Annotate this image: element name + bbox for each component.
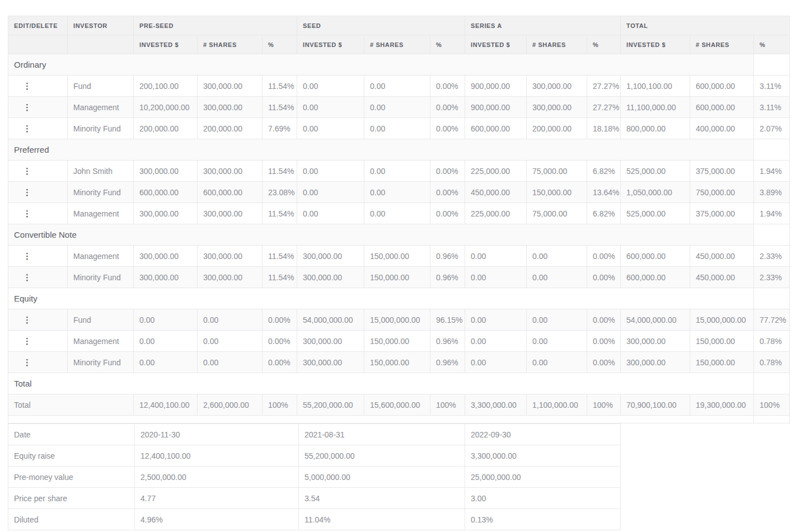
cell-total-shares: 600,000.00 xyxy=(690,76,754,97)
cell-total-invested: 600,000.00 xyxy=(621,267,690,288)
cell-total-pct: 2.33% xyxy=(754,246,790,267)
cell-series-a-pct: 27.27% xyxy=(587,97,621,118)
cell-seed-shares: 15,000,000.00 xyxy=(364,309,430,331)
kebab-menu-icon[interactable]: ⋮ xyxy=(14,358,62,366)
cell-pre-seed-invested: 300,000.00 xyxy=(134,203,198,224)
summary-row: Diluted4.96%11.04%0.13% xyxy=(8,509,621,530)
cell-pre-seed-invested: 300,000.00 xyxy=(134,161,198,182)
summary-value-pre-seed: 2,500,000.00 xyxy=(135,467,299,488)
col-header-pre-seed-invested: INVESTED $ xyxy=(134,35,198,54)
summary-value-pre-seed: 4.77 xyxy=(135,488,299,509)
investor-name-cell: Minority Fund xyxy=(68,267,134,288)
section-row-spacer xyxy=(754,54,790,76)
kebab-menu-icon[interactable]: ⋮ xyxy=(14,273,62,281)
cell-total-invested: 1,100,100.00 xyxy=(621,76,690,97)
total-cell-pre-seed-shares: 2,600,000.00 xyxy=(198,394,263,416)
investor-name-cell: John Smith xyxy=(68,161,134,182)
cell-total-shares: 375,000.00 xyxy=(690,161,754,182)
summary-value-series-a: 3,300,000.00 xyxy=(465,445,621,467)
edit-delete-cell: ⋮ xyxy=(8,267,68,288)
cap-table-page: EDIT/DELETE INVESTOR PRE-SEED SEED SERIE… xyxy=(0,0,801,532)
cell-series-a-invested: 0.00 xyxy=(465,331,527,352)
cell-series-a-shares: 0.00 xyxy=(527,309,587,331)
kebab-menu-icon[interactable]: ⋮ xyxy=(14,252,62,260)
cell-total-pct: 3.89% xyxy=(754,182,790,203)
total-cell-series-a-invested: 3,300,000.00 xyxy=(465,394,527,416)
total-cell-seed-pct: 100% xyxy=(430,394,465,416)
investor-row: ⋮Minority Fund0.000.000.00%300,000.00150… xyxy=(8,352,790,373)
kebab-menu-icon[interactable]: ⋮ xyxy=(14,209,62,218)
cell-total-shares: 375,000.00 xyxy=(690,203,754,224)
section-label: Preferred xyxy=(8,139,754,161)
group-header-row: EDIT/DELETE INVESTOR PRE-SEED SEED SERIE… xyxy=(8,16,790,35)
cell-pre-seed-invested: 200,000.00 xyxy=(134,118,198,139)
section-row-total: Total xyxy=(8,373,790,394)
kebab-menu-icon[interactable]: ⋮ xyxy=(14,316,62,324)
cell-pre-seed-invested: 300,000.00 xyxy=(134,246,198,267)
summary-row: Equity raise12,400,100.0055,200,000.003,… xyxy=(8,445,621,467)
investor-name-cell: Fund xyxy=(68,76,134,97)
summary-value-series-a: 3.00 xyxy=(465,488,621,509)
cell-series-a-pct: 6.82% xyxy=(587,203,621,224)
col-group-series-a: SERIES A xyxy=(465,16,621,35)
cell-pre-seed-pct: 11.54% xyxy=(263,97,297,118)
cell-seed-invested: 0.00 xyxy=(297,203,364,224)
cell-series-a-shares: 0.00 xyxy=(527,331,587,352)
cell-total-pct: 1.94% xyxy=(754,161,790,182)
cell-series-a-shares: 0.00 xyxy=(527,267,587,288)
cell-total-invested: 525,000.00 xyxy=(621,161,690,182)
cell-series-a-pct: 6.82% xyxy=(587,161,621,182)
cell-total-pct: 3.11% xyxy=(754,97,790,118)
cell-seed-pct: 0.96% xyxy=(430,246,465,267)
cell-seed-invested: 0.00 xyxy=(297,161,364,182)
cell-total-pct: 3.11% xyxy=(754,76,790,97)
cell-total-invested: 300,000.00 xyxy=(621,352,690,373)
kebab-menu-icon[interactable]: ⋮ xyxy=(14,337,62,345)
cell-seed-shares: 0.00 xyxy=(364,182,430,203)
cell-pre-seed-shares: 600,000.00 xyxy=(198,182,263,203)
kebab-menu-icon[interactable]: ⋮ xyxy=(14,167,62,175)
summary-label: Date xyxy=(8,424,135,445)
cell-series-a-shares: 75,000.00 xyxy=(527,203,587,224)
cell-pre-seed-pct: 11.54% xyxy=(263,267,297,288)
cell-series-a-shares: 150,000.00 xyxy=(527,182,587,203)
section-label: Equity xyxy=(8,288,754,309)
cell-pre-seed-shares: 0.00 xyxy=(198,331,263,352)
investor-name-cell: Management xyxy=(68,246,134,267)
cell-seed-pct: 0.00% xyxy=(430,182,465,203)
cell-total-shares: 400,000.00 xyxy=(690,118,754,139)
col-group-pre-seed: PRE-SEED xyxy=(134,16,297,35)
edit-delete-cell: ⋮ xyxy=(8,161,68,182)
cell-seed-pct: 0.00% xyxy=(430,203,465,224)
kebab-menu-icon[interactable]: ⋮ xyxy=(14,188,62,196)
col-header-series-a-shares: # SHARES xyxy=(527,35,587,54)
col-header-seed-invested: INVESTED $ xyxy=(297,35,364,54)
investor-row: ⋮Management300,000.00300,000.0011.54%0.0… xyxy=(8,203,790,224)
summary-value-pre-seed: 4.96% xyxy=(135,509,299,530)
col-header-pre-seed-shares: # SHARES xyxy=(198,35,263,54)
col-header-edit-delete: EDIT/DELETE xyxy=(8,16,68,35)
cell-pre-seed-shares: 300,000.00 xyxy=(198,203,263,224)
kebab-menu-icon[interactable]: ⋮ xyxy=(14,82,62,90)
cell-seed-pct: 0.00% xyxy=(430,161,465,182)
sub-header-row: INVESTED $ # SHARES % INVESTED $ # SHARE… xyxy=(8,35,790,54)
summary-value-series-a: 0.13% xyxy=(465,509,621,530)
cell-pre-seed-pct: 11.54% xyxy=(263,246,297,267)
cell-pre-seed-pct: 0.00% xyxy=(263,352,297,373)
cell-total-invested: 525,000.00 xyxy=(621,203,690,224)
total-cell-seed-invested: 55,200,000.00 xyxy=(297,394,364,416)
cell-series-a-shares: 0.00 xyxy=(527,352,587,373)
col-group-seed: SEED xyxy=(297,16,465,35)
edit-delete-cell: ⋮ xyxy=(8,352,68,373)
investor-row: ⋮Minority Fund300,000.00300,000.0011.54%… xyxy=(8,267,790,288)
col-header-pre-seed-pct: % xyxy=(263,35,297,54)
cell-pre-seed-shares: 0.00 xyxy=(198,309,263,331)
investor-name-cell: Fund xyxy=(68,309,134,331)
summary-row: Price per share4.773.543.00 xyxy=(8,488,621,509)
section-row: Convertible Note xyxy=(8,224,790,246)
cell-series-a-shares: 300,000.00 xyxy=(527,97,587,118)
kebab-menu-icon[interactable]: ⋮ xyxy=(14,124,62,133)
investor-row: ⋮Fund200,100.00300,000.0011.54%0.000.000… xyxy=(8,76,790,97)
cell-series-a-pct: 13.64% xyxy=(587,182,621,203)
kebab-menu-icon[interactable]: ⋮ xyxy=(14,103,62,111)
